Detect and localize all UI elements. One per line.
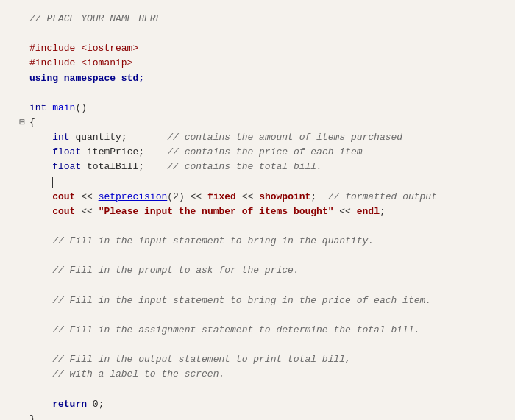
code-fill-output2: // with a label to the screen.	[29, 367, 500, 382]
code-return: return 0;	[29, 397, 500, 412]
code-editor[interactable]: // PLACE YOUR NAME HERE #include <iostre…	[0, 0, 515, 420]
line-return: return 0;	[12, 397, 500, 412]
code-include-iomanip: #include <iomanip>	[29, 56, 500, 71]
line-include-iostream: #include <iostream>	[12, 41, 500, 56]
line-cursor[interactable]	[12, 175, 500, 190]
code-using-namespace: using namespace std;	[29, 71, 500, 86]
line-blank-8	[12, 382, 500, 397]
code-cursor-line	[29, 175, 500, 190]
line-fill-output2: // with a label to the screen.	[12, 367, 500, 382]
line-blank-7	[12, 338, 500, 352]
code-fill-prompt: // Fill in the prompt to ask for the pri…	[29, 263, 500, 278]
code-cout-setprecision: cout << setprecision(2) << fixed << show…	[29, 190, 500, 204]
line-fill-prompt: // Fill in the prompt to ask for the pri…	[12, 263, 500, 278]
blank-6	[29, 308, 500, 323]
line-fill-assignment: // Fill in the assignment statement to d…	[12, 323, 500, 338]
line-comment-name: // PLACE YOUR NAME HERE	[12, 12, 500, 26]
line-using-namespace: using namespace std;	[12, 71, 500, 86]
line-close-brace: }	[12, 412, 500, 420]
blank-7	[29, 338, 500, 352]
gutter-brace: ⊟	[12, 115, 29, 130]
code-int-quantity: int quantity; // contains the amount of …	[29, 130, 500, 145]
blank-2	[29, 86, 500, 101]
line-open-brace: ⊟ {	[12, 115, 500, 130]
code-fill-price: // Fill in the input statement to bring …	[29, 293, 500, 308]
code-fill-qty: // Fill in the input statement to bring …	[29, 234, 500, 249]
line-blank-6	[12, 308, 500, 323]
code-float-itemprice: float itemPrice; // contains the price o…	[29, 145, 500, 160]
line-int-quantity: int quantity; // contains the amount of …	[12, 130, 500, 145]
line-float-itemprice: float itemPrice; // contains the price o…	[12, 145, 500, 160]
blank-5	[29, 279, 500, 293]
line-fill-price: // Fill in the input statement to bring …	[12, 293, 500, 308]
text-cursor	[52, 177, 53, 188]
code-fill-output1: // Fill in the output statement to print…	[29, 352, 500, 367]
code-close-brace: }	[29, 412, 500, 420]
code-open-brace: {	[29, 115, 500, 130]
code-fill-assignment: // Fill in the assignment statement to d…	[29, 323, 500, 338]
line-blank-4	[12, 249, 500, 263]
code-comment-name: // PLACE YOUR NAME HERE	[29, 12, 500, 26]
blank-8	[29, 382, 500, 397]
line-include-iomanip: #include <iomanip>	[12, 56, 500, 71]
line-blank-3	[12, 219, 500, 234]
blank-3	[29, 219, 500, 234]
line-float-totalbill: float totalBill; // contains the total b…	[12, 160, 500, 174]
code-main: int main()	[29, 101, 500, 115]
line-blank-1	[12, 26, 500, 41]
code-include-iostream: #include <iostream>	[29, 41, 500, 56]
blank-1	[29, 26, 500, 41]
line-cout-setprecision: cout << setprecision(2) << fixed << show…	[12, 190, 500, 204]
line-cout-please-input: cout << "Please input the number of item…	[12, 204, 500, 219]
line-fill-qty: // Fill in the input statement to bring …	[12, 234, 500, 249]
code-float-totalbill: float totalBill; // contains the total b…	[29, 160, 500, 174]
line-blank-5	[12, 279, 500, 293]
line-main: int main()	[12, 101, 500, 115]
line-blank-2	[12, 86, 500, 101]
line-fill-output1: // Fill in the output statement to print…	[12, 352, 500, 367]
code-cout-please-input: cout << "Please input the number of item…	[29, 204, 500, 219]
blank-4	[29, 249, 500, 263]
